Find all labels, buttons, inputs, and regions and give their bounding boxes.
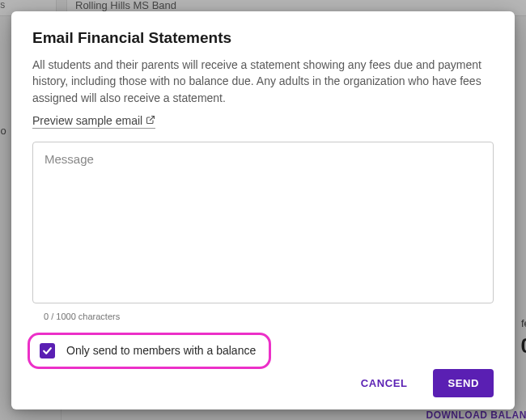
preview-sample-label: Preview sample email — [32, 114, 142, 127]
preview-sample-link[interactable]: Preview sample email — [32, 114, 155, 129]
dialog-actions: CANCEL SEND — [32, 369, 494, 397]
cancel-button[interactable]: CANCEL — [346, 369, 422, 397]
dialog-description: All students and their parents will rece… — [32, 57, 494, 106]
balance-only-option[interactable]: Only send to members with a balance — [28, 333, 271, 369]
external-link-icon — [146, 114, 155, 127]
dialog-title: Email Financial Statements — [32, 29, 494, 47]
email-statements-dialog: Email Financial Statements All students … — [11, 11, 515, 409]
message-textarea[interactable] — [32, 142, 494, 303]
character-count: 0 / 1000 characters — [44, 312, 494, 321]
message-textarea-wrap — [32, 142, 494, 307]
balance-only-label: Only send to members with a balance — [66, 344, 256, 357]
send-button[interactable]: SEND — [433, 369, 494, 397]
balance-only-checkbox[interactable] — [40, 343, 55, 358]
